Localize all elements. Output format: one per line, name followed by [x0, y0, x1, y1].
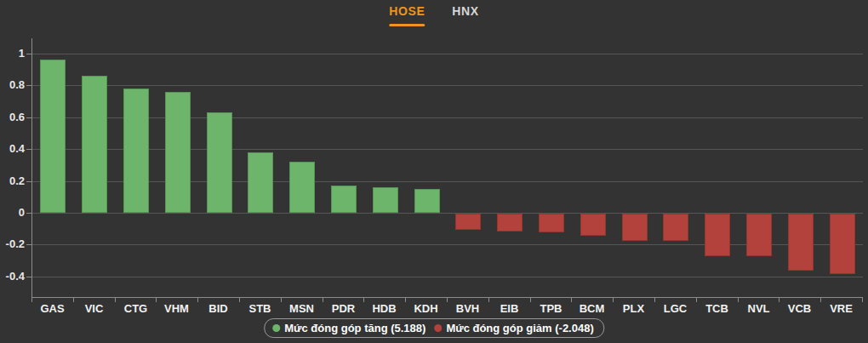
legend-label-negative: Mức đóng góp giảm (-2.048) [446, 322, 593, 334]
gridline [32, 181, 863, 182]
bar-vre[interactable] [830, 214, 855, 274]
tab-hnx[interactable]: HNX [444, 4, 486, 26]
x-axis-label-vre: VRE [820, 302, 862, 315]
gridline [32, 117, 863, 118]
bar-msn[interactable] [289, 162, 315, 213]
gridline [32, 149, 863, 150]
contribution-chart-widget: HOSE HNX Mức đóng góp tăng (5.188) Mức đ… [0, 0, 868, 343]
bar-eib[interactable] [497, 214, 523, 232]
tab-hnx-label: HNX [452, 4, 478, 18]
x-axis-label-stb: STB [239, 302, 281, 315]
y-axis-tick [26, 181, 31, 182]
x-axis-label-tcb: TCB [696, 302, 738, 315]
exchange-tabs: HOSE HNX [381, 4, 486, 26]
bar-plx[interactable] [622, 214, 648, 241]
y-axis-tick [26, 117, 31, 118]
y-axis-label: -0.4 [0, 271, 25, 283]
legend-item-negative[interactable]: Mức đóng góp giảm (-2.048) [434, 322, 593, 334]
x-axis-label-vic: VIC [73, 302, 115, 315]
plot-area [31, 38, 863, 298]
bar-kdh[interactable] [414, 189, 440, 213]
x-axis-label-ctg: CTG [115, 302, 157, 315]
y-axis-label: -0.2 [0, 238, 25, 250]
legend-marker-negative-icon [434, 324, 442, 332]
bar-pdr[interactable] [331, 186, 357, 213]
y-axis-tick [26, 213, 31, 214]
bar-stb[interactable] [248, 152, 273, 213]
bar-tcb[interactable] [705, 214, 730, 256]
bar-nvl[interactable] [746, 214, 772, 256]
x-axis-label-lgc: LGC [654, 302, 696, 315]
gridline [32, 213, 863, 214]
x-axis-label-plx: PLX [613, 302, 654, 315]
y-axis-label: 1 [0, 48, 25, 60]
x-axis-label-bvh: BVH [447, 302, 488, 315]
x-axis-label-hdb: HDB [363, 302, 405, 315]
bar-tpb[interactable] [539, 214, 564, 232]
active-tab-underline [389, 24, 425, 26]
bar-lgc[interactable] [663, 214, 688, 241]
x-axis-label-msn: MSN [281, 302, 323, 315]
bar-bid[interactable] [207, 112, 232, 213]
gridline [32, 85, 863, 86]
x-axis-label-pdr: PDR [323, 302, 364, 315]
y-axis-label: 0 [0, 207, 25, 219]
y-axis-label: 0.6 [0, 111, 25, 123]
legend-item-positive[interactable]: Mức đóng góp tăng (5.188) [272, 322, 425, 334]
chart-legend: Mức đóng góp tăng (5.188) Mức đóng góp g… [264, 318, 604, 338]
x-axis-tick [862, 298, 863, 302]
y-axis-label: 0.2 [0, 175, 25, 187]
y-axis-tick [26, 244, 31, 245]
gridline [32, 54, 863, 54]
bar-bvh[interactable] [455, 214, 481, 230]
bar-ctg[interactable] [123, 89, 149, 213]
bar-vcb[interactable] [788, 214, 814, 271]
y-axis-tick [26, 277, 31, 277]
tab-hose[interactable]: HOSE [381, 4, 432, 26]
legend-label-positive: Mức đóng góp tăng (5.188) [284, 322, 425, 334]
x-axis-label-nvl: NVL [738, 302, 779, 315]
bar-vhm[interactable] [165, 92, 191, 213]
tab-hose-label: HOSE [389, 4, 425, 18]
x-axis-label-kdh: KDH [405, 302, 447, 315]
inactive-tab-underline [452, 24, 478, 26]
y-axis-tick [26, 54, 31, 54]
y-axis-label: 0.8 [0, 79, 25, 91]
x-axis-label-eib: EIB [488, 302, 530, 315]
x-axis-label-vhm: VHM [156, 302, 197, 315]
bar-gas[interactable] [40, 60, 66, 213]
y-axis-tick [26, 149, 31, 150]
bar-vic[interactable] [82, 76, 107, 213]
y-axis-tick [26, 85, 31, 86]
bar-hdb[interactable] [373, 187, 398, 213]
x-axis-label-bcm: BCM [571, 302, 613, 315]
x-axis-label-gas: GAS [31, 302, 73, 315]
legend-marker-positive-icon [272, 324, 280, 332]
gridline [32, 244, 863, 245]
x-axis-label-bid: BID [197, 302, 239, 315]
y-axis-label: 0.4 [0, 143, 25, 155]
x-axis-label-vcb: VCB [779, 302, 820, 315]
gridline [32, 277, 863, 277]
bar-bcm[interactable] [580, 214, 606, 236]
x-axis-label-tpb: TPB [530, 302, 572, 315]
